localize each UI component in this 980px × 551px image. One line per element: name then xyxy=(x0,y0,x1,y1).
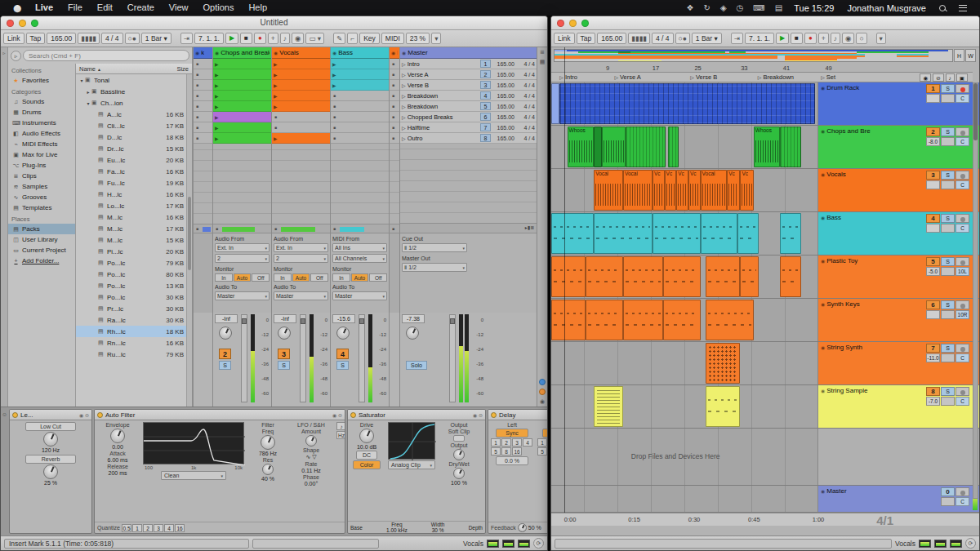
output-chooser[interactable]: Master▾ xyxy=(215,291,270,300)
clip-slot[interactable] xyxy=(272,80,330,91)
clip-slot[interactable] xyxy=(390,59,399,69)
solo-button[interactable]: S xyxy=(941,171,955,180)
transport-control[interactable]: ▭ ▾ xyxy=(305,33,324,44)
curve-type-chooser[interactable]: Analog Clip▾ xyxy=(388,460,435,469)
transport-control[interactable]: ■ xyxy=(240,33,252,44)
volume-value[interactable]: -Inf xyxy=(215,314,238,323)
arrangement-clip[interactable]: Whoos xyxy=(568,127,595,167)
clip-slot[interactable] xyxy=(194,112,212,122)
clip-slot[interactable] xyxy=(390,133,399,144)
track-activator[interactable]: 6 xyxy=(926,300,940,309)
arrangement-lane[interactable] xyxy=(551,385,818,428)
zoom-height-button[interactable]: H xyxy=(954,49,964,62)
quantize-option[interactable]: 2 xyxy=(143,524,153,532)
arrangement-clip[interactable] xyxy=(623,256,663,297)
arrangement-clip[interactable] xyxy=(737,213,759,254)
transport-control[interactable]: ⇥ xyxy=(180,33,193,44)
clip-slot[interactable] xyxy=(390,69,399,80)
clip-slot[interactable] xyxy=(390,122,399,133)
monitor-off-button[interactable]: Off xyxy=(252,273,270,282)
menu-item[interactable]: File xyxy=(60,0,90,16)
file-row[interactable]: ▤ Ra...lc 30 KB xyxy=(76,314,192,326)
clip-slot[interactable] xyxy=(272,101,330,112)
clip-slot[interactable] xyxy=(213,59,271,69)
output-chooser[interactable]: Master▾ xyxy=(274,291,328,300)
status-bar-icon[interactable]: ◷ xyxy=(732,3,749,12)
delay-beat-option[interactable]: 5 xyxy=(537,447,547,455)
transport-control[interactable]: + xyxy=(818,33,829,44)
transport-control[interactable]: 7. 1. 1. xyxy=(194,33,224,44)
monitor-off-button[interactable]: Off xyxy=(369,273,387,282)
pan-knob[interactable] xyxy=(278,327,291,340)
clip-slot[interactable] xyxy=(213,112,271,122)
transport-control[interactable]: Tap xyxy=(577,33,596,44)
transport-control[interactable]: 7. 1. 1. xyxy=(745,33,774,44)
sidebar-item[interactable]: ⌥ Plug-Ins xyxy=(8,160,75,171)
volume-value[interactable] xyxy=(926,224,940,233)
clip-slot[interactable] xyxy=(390,101,399,112)
zoom-button[interactable] xyxy=(31,20,38,27)
file-row[interactable]: ▤ Lo...lc 17 KB xyxy=(76,200,192,211)
crossfade-assign[interactable]: C xyxy=(956,397,969,406)
arrangement-clip[interactable] xyxy=(701,213,738,254)
pan-knob[interactable] xyxy=(219,327,232,340)
solo-button[interactable]: S xyxy=(941,344,955,353)
clip-slot[interactable] xyxy=(213,133,271,144)
sidebar-item[interactable]: ▣ Max for Live xyxy=(8,149,75,160)
track-stop-meter[interactable] xyxy=(213,224,271,233)
macro-knob[interactable] xyxy=(43,464,58,479)
delay-beat-option[interactable]: 2 xyxy=(501,438,511,447)
solo-button[interactable]: S xyxy=(336,361,349,370)
file-row[interactable]: ▤ D...lc 18 KB xyxy=(76,131,192,143)
sidebar-item[interactable]: ♫ Sounds xyxy=(8,96,75,107)
arrangement-clip[interactable] xyxy=(594,386,623,427)
delay-sync-right[interactable]: Sy xyxy=(542,429,547,438)
clip-slot[interactable] xyxy=(213,69,271,80)
clip-slot[interactable] xyxy=(213,101,271,112)
track-activator[interactable]: 3 xyxy=(278,349,290,359)
arm-button[interactable] xyxy=(956,344,969,353)
arrangement-clip[interactable] xyxy=(551,256,586,297)
scene-play-icon[interactable]: ▷ xyxy=(402,72,406,78)
transport-control[interactable]: MIDI xyxy=(381,33,404,44)
clip-slot[interactable] xyxy=(213,91,271,101)
menu-item[interactable]: Edit xyxy=(90,0,120,16)
master-lane[interactable] xyxy=(551,486,818,512)
master-pan-knob[interactable] xyxy=(406,327,419,340)
clip-slot[interactable] xyxy=(331,69,389,80)
delay-beat-option[interactable]: 3 xyxy=(512,438,522,447)
session-track-header[interactable]: ◉ Vocals xyxy=(272,47,330,59)
device-on-icon[interactable] xyxy=(97,412,103,418)
clip-slot[interactable] xyxy=(194,91,212,101)
arrangement-clip[interactable]: Vc xyxy=(740,170,753,211)
device-header[interactable]: Delay xyxy=(488,410,547,420)
transport-control[interactable]: ▶ xyxy=(225,33,238,44)
quantize-option[interactable]: 1 xyxy=(132,524,142,532)
delay-offset-left[interactable]: 0.0 % xyxy=(496,456,528,465)
crossfade-assign[interactable]: C xyxy=(956,94,969,103)
clip-slot[interactable] xyxy=(390,112,399,122)
master-solo-button[interactable]: Solo xyxy=(406,361,427,370)
track-activator[interactable]: 8 xyxy=(926,387,940,396)
arrangement-lane[interactable] xyxy=(551,256,818,298)
track-activator[interactable]: 2 xyxy=(219,349,231,359)
track-header[interactable]: ◉Plastic Toy 5 S -5.0 10L xyxy=(818,256,979,298)
arrangement-clip[interactable] xyxy=(780,256,801,297)
empty-scene-area[interactable] xyxy=(331,144,389,224)
master-fader[interactable] xyxy=(449,314,456,402)
transport-control[interactable]: 23 % xyxy=(406,33,430,44)
scene-slot[interactable]: ▷ Verse B 3 165.00 4 / 4 xyxy=(400,80,537,91)
saturation-curve-display[interactable] xyxy=(388,422,435,460)
device-strip[interactable]: ⊙ xyxy=(1,409,8,534)
file-row[interactable]: ▤ M...lc 16 KB xyxy=(76,211,192,223)
menu-item[interactable]: Create xyxy=(120,0,162,16)
monitor-auto-button[interactable]: Auto xyxy=(234,273,252,282)
volume-value[interactable]: -5.0 xyxy=(926,267,940,276)
transport-control[interactable]: ▮▮▮▮ xyxy=(628,33,650,44)
soft-clip-toggle[interactable] xyxy=(453,435,465,442)
master-volume-value[interactable]: -7.38 xyxy=(402,314,425,323)
sidebar-item[interactable]: ★ Favorites xyxy=(8,75,75,86)
file-row[interactable]: ▤ Rh...lc 18 KB xyxy=(76,326,192,337)
empty-scene-area[interactable] xyxy=(272,144,330,224)
clip-slot[interactable] xyxy=(272,59,330,69)
